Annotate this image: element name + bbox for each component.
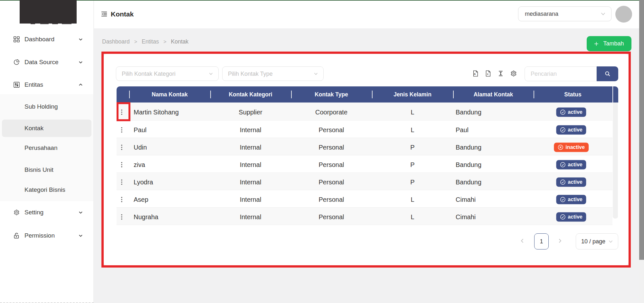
svg-text:x: x bbox=[487, 73, 488, 75]
svg-text:A: A bbox=[474, 73, 476, 75]
